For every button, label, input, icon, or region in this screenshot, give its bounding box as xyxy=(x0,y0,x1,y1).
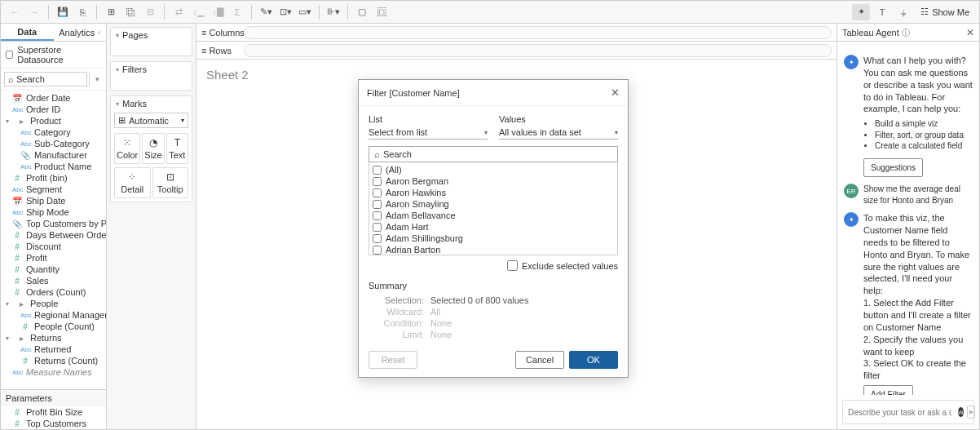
filters-card[interactable]: ▾Filters xyxy=(110,61,192,91)
filter-item[interactable]: Aaron Hawkins xyxy=(373,187,614,198)
field-item[interactable]: 📎Top Customers by P... xyxy=(1,218,106,229)
filter-item-checkbox[interactable] xyxy=(373,211,382,220)
mark-detail[interactable]: ⁘Detail xyxy=(114,167,151,198)
filter-item-checkbox[interactable] xyxy=(373,223,382,232)
mark-tooltip[interactable]: ⊡Tooltip xyxy=(152,167,189,198)
cancel-button[interactable]: Cancel xyxy=(515,351,564,369)
mark-type-select[interactable]: ⊞Automatic▾ xyxy=(114,113,188,128)
field-item[interactable]: #Discount xyxy=(1,241,106,252)
columns-shelf[interactable]: ≡Columns xyxy=(196,24,837,42)
mark-size[interactable]: ◔Size xyxy=(142,133,164,164)
filter-item-checkbox[interactable] xyxy=(373,246,382,255)
agent-text-input[interactable] xyxy=(848,408,951,417)
field-item[interactable]: AbcShip Mode xyxy=(1,206,106,218)
field-item[interactable]: AbcMeasure Names xyxy=(1,366,106,378)
field-item[interactable]: #Profit (bin) xyxy=(1,172,106,184)
tab-data[interactable]: Data xyxy=(1,24,54,41)
dialog-close-icon[interactable]: ✕ xyxy=(611,86,620,99)
rows-shelf[interactable]: ≡Rows xyxy=(196,42,837,60)
field-item[interactable]: ▾▸People xyxy=(1,298,106,309)
show-me-button[interactable]: ☷Show Me xyxy=(916,7,974,17)
filter-item-checkbox[interactable] xyxy=(373,200,382,209)
field-item[interactable]: #Sales xyxy=(1,275,106,286)
save-icon[interactable]: 💾 xyxy=(54,4,72,20)
highlight-icon[interactable]: ✎▾ xyxy=(257,4,275,20)
parameter-item[interactable]: #Profit Bin Size xyxy=(1,406,106,418)
cards-icon[interactable]: ⿴ xyxy=(373,4,391,20)
field-item[interactable]: #Orders (Count) xyxy=(1,286,106,298)
filter-search-input[interactable]: ⌕ Search xyxy=(369,146,618,162)
new-data-icon[interactable]: ⎘ xyxy=(73,4,91,20)
field-item[interactable]: 📅Order Date xyxy=(1,92,106,104)
fit-icon[interactable]: ⊪▾ xyxy=(324,4,342,20)
field-search-input[interactable]: ⌕Search xyxy=(4,72,87,86)
filter-item-checkbox[interactable] xyxy=(373,188,382,197)
field-item[interactable]: #Profit xyxy=(1,252,106,264)
exclude-checkbox[interactable] xyxy=(507,260,518,271)
present-icon[interactable]: ▢ xyxy=(353,4,371,20)
filter-item[interactable]: (All) xyxy=(373,164,614,175)
bot-avatar: ✦ xyxy=(844,212,859,227)
tab-analytics[interactable]: Analytics‹ xyxy=(54,24,107,41)
new-ws-icon[interactable]: ⊞ xyxy=(102,4,120,20)
group-icon[interactable]: ⊡▾ xyxy=(276,4,294,20)
clear-icon[interactable]: ⊟ xyxy=(141,4,159,20)
field-view-dropdown[interactable]: ▾ xyxy=(91,72,103,86)
back-icon[interactable]: ← xyxy=(6,4,24,20)
values-select[interactable]: All values in data set▾ xyxy=(499,126,618,140)
field-item[interactable]: AbcSub-Category xyxy=(1,138,106,149)
suggestions-button[interactable]: Suggestions xyxy=(863,158,923,178)
field-item[interactable]: ▾▸Returns xyxy=(1,332,106,344)
filter-item-checkbox[interactable] xyxy=(373,166,382,175)
guide-icon[interactable]: ⏚ xyxy=(894,4,912,20)
pages-card[interactable]: ▾Pages xyxy=(110,27,192,56)
filter-item[interactable]: Adam Hart xyxy=(373,221,614,233)
field-item[interactable]: AbcSegment xyxy=(1,184,106,195)
sort-desc-icon[interactable]: ↓▇ xyxy=(209,4,227,20)
reset-button[interactable]: Reset xyxy=(369,351,417,369)
mark-color[interactable]: ⁙Color xyxy=(114,133,140,164)
datasource-icon xyxy=(6,51,13,59)
totals-icon[interactable]: Σ xyxy=(228,4,246,20)
field-item[interactable]: #Returns (Count) xyxy=(1,355,106,366)
ok-button[interactable]: OK xyxy=(569,351,618,369)
rows-icon: ≡ xyxy=(201,46,206,55)
field-item[interactable]: AbcOrder ID xyxy=(1,104,106,115)
field-item[interactable]: #People (Count) xyxy=(1,321,106,332)
filter-value-list[interactable]: (All)Aaron BergmanAaron HawkinsAaron Sma… xyxy=(369,162,618,255)
mark-text[interactable]: TText xyxy=(166,133,188,164)
agent-intro: What can I help you with?You can ask me … xyxy=(863,55,973,177)
dup-icon[interactable]: ⿻ xyxy=(121,4,139,20)
field-item[interactable]: AbcProduct Name xyxy=(1,161,106,172)
field-item[interactable]: AbcRegional Manager xyxy=(1,309,106,321)
field-item[interactable]: #Quantity xyxy=(1,264,106,275)
format-icon[interactable]: T xyxy=(873,4,891,20)
search-icon: ⌕ xyxy=(374,149,380,159)
filter-item[interactable]: Adam Shillingsburg xyxy=(373,233,614,244)
swap-icon[interactable]: ⇄ xyxy=(170,4,188,20)
field-item[interactable]: ▾▸Product xyxy=(1,115,106,126)
field-item[interactable]: AbcCategory xyxy=(1,126,106,138)
field-item[interactable]: 📎Manufacturer xyxy=(1,149,106,161)
info-icon[interactable]: i xyxy=(902,29,910,37)
agent-icon[interactable]: ✦ xyxy=(852,4,870,20)
parameter-item[interactable]: #Top Customers xyxy=(1,418,106,429)
filter-item[interactable]: Aaron Smayling xyxy=(373,198,614,210)
add-filter-button[interactable]: Add Filter xyxy=(863,385,913,395)
list-select[interactable]: Select from list▾ xyxy=(369,126,488,140)
forward-icon[interactable]: → xyxy=(25,4,43,20)
filter-item-checkbox[interactable] xyxy=(373,177,382,186)
filter-item[interactable]: Adam Bellavance xyxy=(373,210,614,221)
field-item[interactable]: 📅Ship Date xyxy=(1,195,106,206)
agent-close-icon[interactable]: ✕ xyxy=(966,27,974,38)
field-item[interactable]: AbcReturned xyxy=(1,344,106,355)
sort-asc-icon[interactable]: ↓▁ xyxy=(189,4,207,20)
datasource-row[interactable]: Superstore Datasource xyxy=(1,42,106,69)
field-item[interactable]: #Days Between Orde... xyxy=(1,229,106,241)
agent-title: Tableau Agent xyxy=(842,28,899,38)
filter-item-checkbox[interactable] xyxy=(373,234,382,243)
worksheet-icon[interactable]: ▭▾ xyxy=(296,4,314,20)
filter-item[interactable]: Adrian Barton xyxy=(373,244,614,255)
send-button[interactable]: ➤ xyxy=(967,406,975,419)
filter-item[interactable]: Aaron Bergman xyxy=(373,175,614,187)
